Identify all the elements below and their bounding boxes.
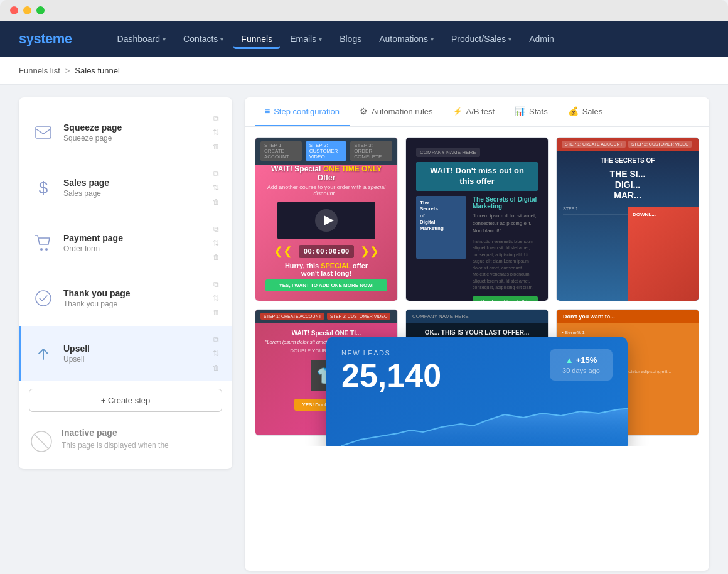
- step-info-squeeze: Squeeze page Squeeze page: [63, 122, 202, 143]
- step-actions-payment: ⧉ ⇅ 🗑: [210, 223, 222, 263]
- check-icon: [31, 286, 56, 311]
- inactive-icon: [29, 429, 54, 454]
- inactive-info: Inactive page This page is displayed whe…: [62, 428, 169, 451]
- tab-sales[interactable]: 💰 Sales: [558, 97, 613, 126]
- svg-rect-0: [36, 127, 51, 138]
- step-actions-sales: ⧉ ⇅ 🗑: [210, 168, 222, 208]
- dark-logo: COMPANY NAME HERE: [416, 148, 480, 157]
- list-icon: ≡: [265, 106, 270, 116]
- step-thankyou[interactable]: Thank you page Thank you page ⧉ ⇅ 🗑: [19, 271, 232, 326]
- template-blue[interactable]: STEP 1: CREATE ACCOUNT STEP 2: CUSTOMER …: [556, 137, 699, 301]
- delete-icon[interactable]: 🗑: [210, 195, 222, 208]
- logo[interactable]: systeme: [19, 31, 72, 47]
- step-actions: ⧉ ⇅ 🗑: [210, 112, 222, 153]
- inactive-title: Inactive page: [62, 428, 169, 438]
- dollar-icon: $: [31, 175, 56, 200]
- funnel-sidebar: Squeeze page Squeeze page ⧉ ⇅ 🗑 $ Sales …: [19, 97, 232, 469]
- breadcrumb-parent[interactable]: Funnels list: [19, 66, 60, 75]
- step-title-payment: Payment page: [63, 233, 202, 243]
- delete-icon[interactable]: 🗑: [210, 361, 222, 374]
- pink-content: WAIT! Special ONE TIME ONLY Offer Add an…: [265, 165, 387, 291]
- copy-icon[interactable]: ⧉: [210, 168, 222, 180]
- step-subtitle-thankyou: Thank you page: [63, 300, 202, 308]
- nav-funnels[interactable]: Funnels: [233, 29, 280, 49]
- nav-arrow: ▾: [508, 36, 511, 43]
- nav-dashboard[interactable]: Dashboard ▾: [110, 29, 174, 49]
- tab-step-config[interactable]: ≡ Step configuration: [255, 97, 350, 126]
- nav-arrow: ▾: [319, 36, 322, 43]
- nav-emails[interactable]: Emails ▾: [282, 29, 329, 49]
- move-icon[interactable]: ⇅: [210, 126, 222, 139]
- create-step-button[interactable]: + Create step: [29, 389, 222, 412]
- overlay-chart: [341, 402, 613, 446]
- window-chrome: [0, 0, 728, 21]
- step-info-thankyou: Thank you page Thank you page: [63, 288, 202, 308]
- step-payment[interactable]: Payment page Order form ⧉ ⇅ 🗑: [19, 215, 232, 271]
- nav-automations[interactable]: Automations ▾: [372, 29, 441, 49]
- step-sales[interactable]: $ Sales page Sales page ⧉ ⇅ 🗑: [19, 160, 232, 215]
- cart-icon: [31, 230, 56, 256]
- svg-text:$: $: [39, 178, 48, 197]
- delete-icon[interactable]: 🗑: [210, 306, 222, 318]
- step-info-payment: Payment page Order form: [63, 233, 202, 253]
- chart-svg: [341, 402, 628, 446]
- overlay-percent: ▲ +15%: [560, 355, 602, 365]
- template-pink-upsell[interactable]: STEP 1: CREATE ACCOUNT STEP 2: CUSTOMER …: [255, 137, 398, 301]
- overlay-number: 25,140: [341, 359, 441, 392]
- step-info-sales: Sales page Sales page: [63, 178, 202, 198]
- move-icon[interactable]: ⇅: [210, 347, 222, 360]
- step-actions-thankyou: ⧉ ⇅ 🗑: [210, 278, 222, 318]
- inactive-description: This page is displayed when the: [62, 440, 169, 451]
- step-squeeze[interactable]: Squeeze page Squeeze page ⧉ ⇅ 🗑: [19, 105, 232, 160]
- step-actions-upsell: ⧉ ⇅ 🗑: [210, 333, 222, 374]
- pink-header: STEP 1: CREATE ACCOUNT STEP 2: CUSTOMER …: [255, 138, 397, 165]
- template-dark-offer[interactable]: COMPANY NAME HERE WAIT! Don't miss out o…: [405, 137, 549, 301]
- move-icon[interactable]: ⇅: [210, 292, 222, 305]
- svg-point-2: [40, 248, 43, 251]
- tab-automation[interactable]: ⚙ Automation rules: [350, 97, 443, 126]
- arrow-up-icon: [31, 341, 56, 366]
- dot-red: [10, 6, 18, 14]
- dot-green: [36, 6, 45, 14]
- template-grid: STEP 1: CREATE ACCOUNT STEP 2: CUSTOMER …: [245, 127, 709, 446]
- nav-arrow: ▾: [163, 36, 166, 43]
- step-title-squeeze: Squeeze page: [63, 122, 202, 133]
- tab-ab-test[interactable]: ⚡ A/B test: [443, 98, 505, 126]
- step-upsell[interactable]: Upsell Upsell ⧉ ⇅ 🗑: [19, 326, 232, 381]
- step-subtitle-sales: Sales page: [63, 189, 202, 198]
- overlay-days: 30 days ago: [560, 367, 602, 374]
- copy-icon[interactable]: ⧉: [210, 112, 222, 125]
- step-subtitle-payment: Order form: [63, 244, 202, 253]
- copy-icon[interactable]: ⧉: [210, 223, 222, 236]
- nav-product-sales[interactable]: Product/Sales ▾: [444, 29, 519, 49]
- nav-arrow: ▾: [431, 36, 434, 43]
- delete-icon[interactable]: 🗑: [210, 140, 222, 153]
- breadcrumb-current: Sales funnel: [75, 66, 120, 75]
- nav-blogs[interactable]: Blogs: [332, 29, 369, 49]
- nav-items: Dashboard ▾ Contacts ▾ Funnels Emails ▾ …: [110, 29, 709, 49]
- delete-icon[interactable]: 🗑: [210, 251, 222, 263]
- inactive-step: Inactive page This page is displayed whe…: [19, 420, 232, 462]
- step-subtitle-upsell: Upsell: [63, 355, 202, 364]
- gear-icon: ⚙: [360, 106, 368, 116]
- main-content: Squeeze page Squeeze page ⧉ ⇅ 🗑 $ Sales …: [0, 85, 728, 574]
- up-arrow-icon: ▲: [565, 355, 574, 365]
- ab-icon: ⚡: [453, 107, 463, 116]
- svg-point-4: [36, 291, 51, 306]
- nav-admin[interactable]: Admin: [522, 29, 562, 49]
- tab-stats[interactable]: 📊 Stats: [505, 97, 558, 126]
- step-title-upsell: Upsell: [63, 344, 202, 354]
- copy-icon[interactable]: ⧉: [210, 278, 222, 291]
- svg-point-3: [45, 248, 48, 251]
- sales-icon: 💰: [568, 106, 579, 116]
- right-panel: ≡ Step configuration ⚙ Automation rules …: [245, 97, 709, 571]
- breadcrumb-separator: >: [65, 66, 70, 75]
- copy-icon[interactable]: ⧉: [210, 333, 222, 346]
- move-icon[interactable]: ⇅: [210, 237, 222, 249]
- leads-overlay-card: NEW LEADS 25,140 ▲ +15% 30 days ago: [326, 337, 628, 446]
- stats-icon: 📊: [515, 106, 525, 116]
- step-info-upsell: Upsell Upsell: [63, 344, 202, 364]
- move-icon[interactable]: ⇅: [210, 181, 222, 194]
- nav-contacts[interactable]: Contacts ▾: [176, 29, 231, 49]
- dot-yellow: [23, 6, 31, 14]
